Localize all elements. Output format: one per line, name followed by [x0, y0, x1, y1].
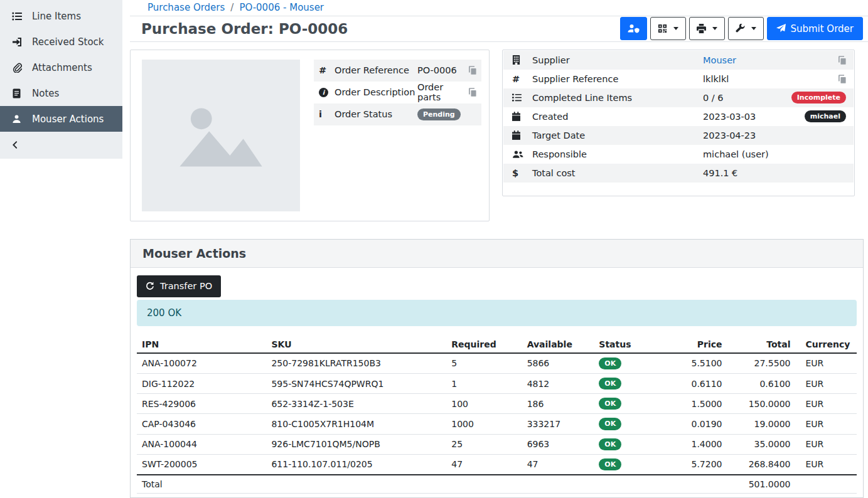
cell-available: 333217 — [522, 414, 594, 434]
field-label: Order Description — [335, 87, 417, 97]
list-check-icon — [512, 93, 532, 102]
submit-order-label: Submit Order — [790, 23, 854, 34]
sidebar-item-label: Attachments — [32, 62, 92, 73]
calendar-icon — [512, 130, 532, 140]
col-header-price: Price — [670, 336, 727, 353]
submit-order-button[interactable]: Submit Order — [767, 17, 863, 40]
cell-currency: EUR — [795, 353, 857, 374]
chevron-down-icon — [751, 27, 756, 30]
created-by-badge: michael — [805, 110, 846, 122]
cell-required: 5 — [446, 353, 522, 374]
field-label: Order Reference — [335, 65, 417, 75]
sidebar-list: Line Items Received Stock Attachments No… — [0, 0, 122, 159]
paperclip-icon — [11, 63, 23, 73]
cell-price: 1.5000 — [670, 394, 727, 414]
field-label: Responsible — [532, 149, 703, 159]
order-detail-section: # Order Reference PO-0006 i Order Descri… — [130, 42, 868, 221]
breadcrumb-link-purchase-orders[interactable]: Purchase Orders — [147, 2, 225, 13]
sidebar-item-attachments[interactable]: Attachments — [0, 55, 122, 80]
col-header-available: Available — [522, 336, 594, 353]
image-placeholder-icon — [174, 96, 268, 174]
main-content: Purchase Orders / PO-0006 - Mouser Purch… — [130, 0, 868, 498]
copy-icon[interactable] — [469, 88, 476, 97]
cell-status: OK — [594, 374, 669, 394]
printer-icon — [697, 24, 706, 33]
sidebar-item-line-items[interactable]: Line Items — [0, 3, 122, 29]
order-permissions-button[interactable] — [620, 17, 647, 40]
field-label: Order Status — [335, 109, 417, 119]
cell-required: 25 — [446, 434, 522, 454]
breadcrumb-link-current-order[interactable]: PO-0006 - Mouser — [239, 2, 324, 13]
cell-ipn: ANA-100044 — [137, 434, 266, 454]
field-value: Mouser — [703, 55, 839, 65]
cell-currency: EUR — [795, 414, 857, 434]
cell-available: 186 — [522, 394, 594, 414]
cell-sku: 652-3314Z-1-503E — [266, 394, 446, 414]
users-icon — [512, 150, 532, 159]
copy-icon[interactable] — [839, 56, 846, 65]
building-icon — [512, 55, 532, 65]
cell-sku: 810-C1005X7R1H104M — [266, 414, 446, 434]
cell-available: 47 — [522, 454, 594, 475]
footer-total-value: 501.0000 — [727, 475, 796, 494]
field-value: 491.1 € — [703, 168, 846, 178]
cell-status: OK — [594, 353, 669, 374]
list-icon — [11, 11, 23, 21]
page-title: Purchase Order: PO-0006 — [141, 21, 348, 37]
created-row: Created 2023-03-03 michael — [503, 107, 854, 126]
order-image-placeholder[interactable] — [142, 60, 300, 211]
response-alert: 200 OK — [137, 300, 857, 326]
qrcode-icon — [658, 24, 667, 33]
responsible-row: Responsible michael (user) — [503, 145, 854, 164]
cell-total: 19.0000 — [727, 414, 796, 434]
chevron-left-icon — [11, 140, 19, 150]
panel-body: Transfer PO 200 OK IPN SKU Required Avai… — [131, 268, 863, 497]
cell-required: 1 — [446, 374, 522, 394]
page-header: Purchase Order: PO-0006 — [130, 16, 868, 42]
sidebar-item-received-stock[interactable]: Received Stock — [0, 29, 122, 55]
supplier-link[interactable]: Mouser — [703, 55, 736, 65]
cell-status: OK — [594, 434, 669, 454]
cell-ipn: ANA-100072 — [137, 353, 266, 374]
order-status-row: i Order Status Pending — [314, 103, 481, 125]
field-label: Supplier — [532, 55, 703, 65]
order-info-table: # Order Reference PO-0006 i Order Descri… — [314, 60, 481, 211]
sidebar-collapse-button[interactable] — [0, 132, 122, 157]
sidebar: Line Items Received Stock Attachments No… — [0, 0, 122, 498]
cell-sku: 611-110.107.011/0205 — [266, 454, 446, 475]
mouser-actions-panel: Mouser Actions Transfer PO 200 OK IPN — [130, 239, 864, 498]
barcode-actions-button[interactable] — [650, 17, 686, 40]
field-label: Supplier Reference — [532, 74, 703, 84]
sign-in-icon — [11, 37, 23, 47]
sidebar-item-mouser-actions[interactable]: Mouser Actions — [0, 106, 122, 132]
cell-sku: 595-SN74HCS74QPWRQ1 — [266, 374, 446, 394]
cell-required: 47 — [446, 454, 522, 475]
footer-total-label: Total — [137, 475, 266, 494]
table-row: ANA-100072 250-72981KLRATR150B3 5 5866 O… — [137, 353, 857, 374]
transfer-po-button[interactable]: Transfer PO — [137, 275, 221, 297]
sidebar-item-label: Notes — [32, 88, 59, 99]
order-actions-button[interactable] — [728, 17, 764, 40]
info-circle-icon: i — [319, 88, 335, 97]
print-actions-button[interactable] — [689, 17, 725, 40]
copy-icon[interactable] — [469, 66, 476, 75]
panel-title: Mouser Actions — [131, 240, 863, 268]
cell-total: 0.6100 — [727, 374, 796, 394]
table-row: SWT-200005 611-110.107.011/0205 47 47 OK… — [137, 454, 857, 475]
col-header-sku: SKU — [266, 336, 446, 353]
cell-total: 150.0000 — [727, 394, 796, 414]
col-header-ipn: IPN — [137, 336, 266, 353]
cell-price: 5.5100 — [670, 353, 727, 374]
copy-icon[interactable] — [839, 75, 846, 83]
sidebar-item-notes[interactable]: Notes — [0, 80, 122, 106]
cell-status: OK — [594, 394, 669, 414]
incomplete-badge-wrap: Incomplete — [791, 92, 846, 103]
cell-status: OK — [594, 414, 669, 434]
ok-badge: OK — [599, 418, 621, 430]
table-row: CAP-043046 810-C1005X7R1H104M 1000 33321… — [137, 414, 857, 434]
cell-currency: EUR — [795, 394, 857, 414]
col-header-currency: Currency — [795, 336, 857, 353]
breadcrumb: Purchase Orders / PO-0006 - Mouser — [130, 0, 868, 16]
chevron-down-icon — [673, 27, 678, 30]
order-details-card: # Order Reference PO-0006 i Order Descri… — [130, 50, 490, 221]
